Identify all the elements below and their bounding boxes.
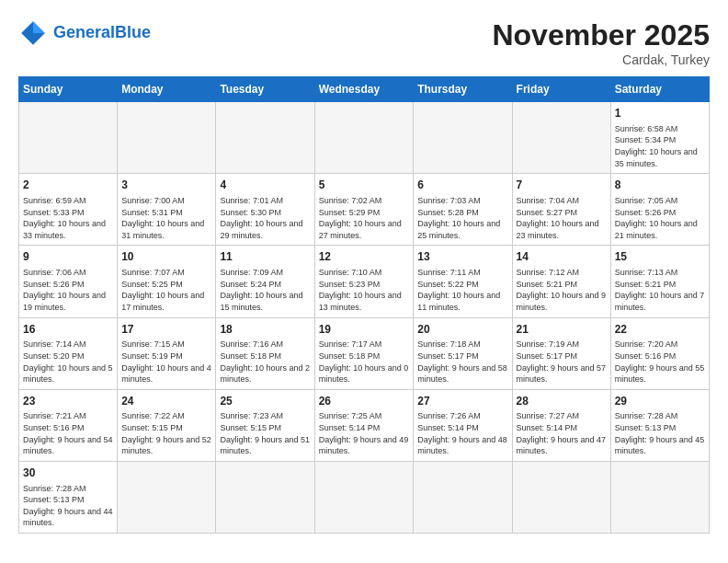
page-header: GeneralBlue November 2025 Cardak, Turkey xyxy=(18,18,710,67)
day-4: 4 Sunrise: 7:01 AMSunset: 5:30 PMDayligh… xyxy=(216,174,314,246)
day-8: 8 Sunrise: 7:05 AMSunset: 5:26 PMDayligh… xyxy=(610,174,709,246)
svg-marker-1 xyxy=(33,21,45,33)
day-10: 10 Sunrise: 7:07 AMSunset: 5:25 PMDaylig… xyxy=(118,246,216,317)
day-26: 26 Sunrise: 7:25 AMSunset: 5:14 PMDaylig… xyxy=(314,389,414,461)
day-25: 25 Sunrise: 7:23 AMSunset: 5:15 PMDaylig… xyxy=(216,389,314,461)
empty-cell xyxy=(610,461,709,533)
day-20: 20 Sunrise: 7:18 AMSunset: 5:17 PMDaylig… xyxy=(414,317,512,389)
day-28: 28 Sunrise: 7:27 AMSunset: 5:14 PMDaylig… xyxy=(512,389,610,461)
calendar-table: Sunday Monday Tuesday Wednesday Thursday… xyxy=(18,76,710,534)
calendar-row-1: 1 Sunrise: 6:58 AM Sunset: 5:34 PM Dayli… xyxy=(19,102,710,174)
empty-cell xyxy=(314,102,414,174)
logo-general: General xyxy=(53,23,115,41)
empty-cell xyxy=(216,102,314,174)
col-saturday: Saturday xyxy=(610,77,709,102)
calendar-row-5: 23 Sunrise: 7:21 AMSunset: 5:16 PMDaylig… xyxy=(19,389,710,461)
calendar-row-6: 30 Sunrise: 7:28 AMSunset: 5:13 PMDaylig… xyxy=(19,461,710,533)
day-5: 5 Sunrise: 7:02 AMSunset: 5:29 PMDayligh… xyxy=(314,174,414,246)
calendar-row-2: 2 Sunrise: 6:59 AMSunset: 5:33 PMDayligh… xyxy=(19,174,710,246)
day-14: 14 Sunrise: 7:12 AMSunset: 5:21 PMDaylig… xyxy=(512,246,610,317)
day-15: 15 Sunrise: 7:13 AMSunset: 5:21 PMDaylig… xyxy=(610,246,709,317)
col-thursday: Thursday xyxy=(414,77,512,102)
day-12: 12 Sunrise: 7:10 AMSunset: 5:23 PMDaylig… xyxy=(314,246,414,317)
empty-cell xyxy=(414,461,512,533)
col-monday: Monday xyxy=(118,77,216,102)
empty-cell xyxy=(512,461,610,533)
empty-cell xyxy=(512,102,610,174)
empty-cell xyxy=(216,461,314,533)
day-2: 2 Sunrise: 6:59 AMSunset: 5:33 PMDayligh… xyxy=(19,174,118,246)
calendar-row-4: 16 Sunrise: 7:14 AMSunset: 5:20 PMDaylig… xyxy=(19,317,710,389)
day-27: 27 Sunrise: 7:26 AMSunset: 5:14 PMDaylig… xyxy=(414,389,512,461)
logo-icon xyxy=(18,18,48,48)
day-24: 24 Sunrise: 7:22 AMSunset: 5:15 PMDaylig… xyxy=(118,389,216,461)
empty-cell xyxy=(414,102,512,174)
day-6: 6 Sunrise: 7:03 AMSunset: 5:28 PMDayligh… xyxy=(414,174,512,246)
day-30: 30 Sunrise: 7:28 AMSunset: 5:13 PMDaylig… xyxy=(19,461,118,533)
day-7: 7 Sunrise: 7:04 AMSunset: 5:27 PMDayligh… xyxy=(512,174,610,246)
col-wednesday: Wednesday xyxy=(314,77,414,102)
day-11: 11 Sunrise: 7:09 AMSunset: 5:24 PMDaylig… xyxy=(216,246,314,317)
col-friday: Friday xyxy=(512,77,610,102)
empty-cell xyxy=(19,102,118,174)
col-sunday: Sunday xyxy=(19,77,118,102)
location-subtitle: Cardak, Turkey xyxy=(492,52,710,67)
day-9: 9 Sunrise: 7:06 AMSunset: 5:26 PMDayligh… xyxy=(19,246,118,317)
empty-cell xyxy=(118,102,216,174)
empty-cell xyxy=(314,461,414,533)
day-23: 23 Sunrise: 7:21 AMSunset: 5:16 PMDaylig… xyxy=(19,389,118,461)
day-1: 1 Sunrise: 6:58 AM Sunset: 5:34 PM Dayli… xyxy=(610,102,709,174)
calendar-header-row: Sunday Monday Tuesday Wednesday Thursday… xyxy=(19,77,710,102)
day-22: 22 Sunrise: 7:20 AMSunset: 5:16 PMDaylig… xyxy=(610,317,709,389)
title-block: November 2025 Cardak, Turkey xyxy=(492,18,710,67)
empty-cell xyxy=(118,461,216,533)
month-title: November 2025 xyxy=(492,18,710,52)
logo-text: GeneralBlue xyxy=(53,24,151,42)
day-18: 18 Sunrise: 7:16 AMSunset: 5:18 PMDaylig… xyxy=(216,317,314,389)
col-tuesday: Tuesday xyxy=(216,77,314,102)
logo: GeneralBlue xyxy=(18,18,151,48)
day-13: 13 Sunrise: 7:11 AMSunset: 5:22 PMDaylig… xyxy=(414,246,512,317)
day-3: 3 Sunrise: 7:00 AMSunset: 5:31 PMDayligh… xyxy=(118,174,216,246)
calendar-row-3: 9 Sunrise: 7:06 AMSunset: 5:26 PMDayligh… xyxy=(19,246,710,317)
day-19: 19 Sunrise: 7:17 AMSunset: 5:18 PMDaylig… xyxy=(314,317,414,389)
day-29: 29 Sunrise: 7:28 AMSunset: 5:13 PMDaylig… xyxy=(610,389,709,461)
day-16: 16 Sunrise: 7:14 AMSunset: 5:20 PMDaylig… xyxy=(19,317,118,389)
day-21: 21 Sunrise: 7:19 AMSunset: 5:17 PMDaylig… xyxy=(512,317,610,389)
logo-blue: Blue xyxy=(115,23,151,41)
day-17: 17 Sunrise: 7:15 AMSunset: 5:19 PMDaylig… xyxy=(118,317,216,389)
